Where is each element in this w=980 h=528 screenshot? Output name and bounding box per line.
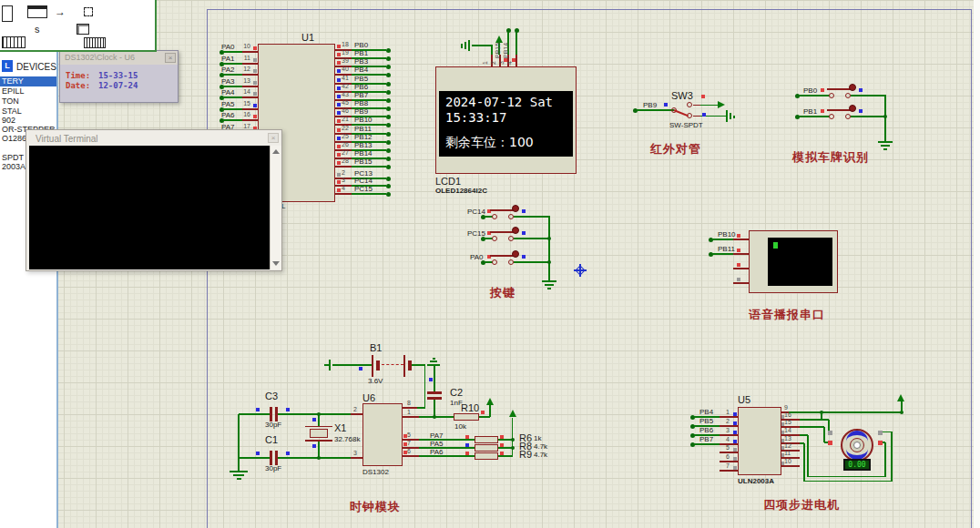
ground-icon [545,284,554,286]
popup-title: DS1302\Clock - U6 [60,51,178,65]
ds1302-clock-popup[interactable]: DS1302\Clock - U6 × Time: 15-33-15 Date:… [59,50,179,103]
wire [808,476,885,478]
state-marker [337,45,341,48]
ground-icon [468,40,470,51]
net-label: 3 [342,177,345,184]
u5-chip[interactable] [738,407,781,475]
resistor[interactable] [475,452,498,460]
state-marker [312,418,316,421]
resistor[interactable] [454,413,479,421]
net-label: 1k [534,434,541,442]
net-label: PB12 [354,133,373,141]
virtual-terminal-window[interactable]: Virtual Terminal × [26,129,282,271]
lcd-screen: 2024-07-12 Sat 15:33:17 剩余车位：100 [439,91,573,157]
wire [799,116,830,117]
switch-contact[interactable] [687,102,692,107]
scroll-down-icon[interactable] [272,261,280,266]
stepper-shaft [853,442,861,449]
wire [419,447,475,449]
schematic-sheet-icon[interactable] [27,5,47,18]
u5-part: ULN2003A [738,477,774,485]
component-mode-icon[interactable] [2,5,13,22]
junction-dot [547,237,551,240]
crystal[interactable] [310,429,328,438]
decal-icon[interactable] [84,37,106,48]
caption-stepper: 四项步进电机 [763,497,840,513]
push-button-cap[interactable] [512,227,519,234]
junction-dot [317,412,321,416]
push-button[interactable] [829,114,834,119]
state-marker [664,103,668,107]
u6-chip[interactable] [362,403,403,466]
net-label: PB11 [354,125,372,133]
pin-stub [242,63,258,65]
wire [223,51,242,53]
close-icon[interactable]: × [165,53,176,63]
package-select-icon[interactable] [77,24,89,35]
push-button[interactable] [492,214,497,219]
caption-infrared: 红外对管 [650,141,701,157]
net-label: PB4 [354,66,368,74]
wire [332,364,372,366]
state-marker [504,58,507,62]
push-button-cap[interactable] [512,205,519,212]
wire [223,63,242,65]
terminal-dot [386,73,391,77]
push-button-cap[interactable] [849,84,856,91]
state-marker [337,137,341,140]
state-marker [465,443,469,447]
state-marker [512,58,516,62]
net-label: PB14 [503,43,510,58]
push-button-cap[interactable] [849,105,856,112]
device-item-ton[interactable]: TON [0,96,56,107]
resistor[interactable] [475,444,498,452]
pin-stub [693,116,700,117]
wire [417,407,425,409]
rotate-icon[interactable]: ƨ [35,24,40,35]
c1-ref: C1 [265,434,278,445]
net-label: 12 [239,66,250,73]
net-label: PB6 [699,426,713,434]
terminal-dot [515,28,519,33]
net-label: 26 [342,141,349,148]
battery-plate [372,355,373,377]
net-label: 7 [722,462,730,470]
push-button[interactable] [492,259,497,265]
net-label: 9 [784,404,788,411]
scrollbar[interactable] [270,146,281,269]
net-label: 4 [506,61,514,65]
push-button[interactable] [829,93,834,98]
net-label: 25 [342,133,349,140]
terminal-dot [386,82,391,86]
net-label: PC15 [467,229,485,238]
motor-terminal [828,431,832,435]
net-label: PA6 [430,448,444,456]
switch-lever[interactable] [674,109,689,117]
net-label: PB5 [699,417,713,425]
push-button[interactable] [492,236,497,241]
ground-icon [433,358,435,360]
library-pick-button[interactable]: L [2,60,13,72]
device-item-epill[interactable]: EPILL [0,86,56,96]
net-label: 45 [342,99,349,107]
capacitor-plate [270,451,272,465]
motor-terminal [878,431,883,435]
footprint-icon[interactable] [2,36,26,48]
net-label: 28 [342,157,349,165]
push-button-cap[interactable] [512,250,519,258]
device-item-tery[interactable]: TERY [0,76,56,86]
close-icon[interactable]: × [268,133,279,143]
net-label: PB15 [354,157,373,166]
wire [637,109,674,111]
next-sheet-icon[interactable]: → [55,5,66,18]
wire [498,455,512,457]
wire [514,261,549,263]
scroll-up-icon[interactable] [272,149,280,154]
resistor[interactable] [475,436,498,443]
zoom-area-icon[interactable] [84,7,93,16]
state-marker [337,180,341,184]
state-marker [337,103,341,107]
state-marker [337,119,341,123]
motor-terminal [878,441,883,445]
ground-icon [464,42,466,49]
